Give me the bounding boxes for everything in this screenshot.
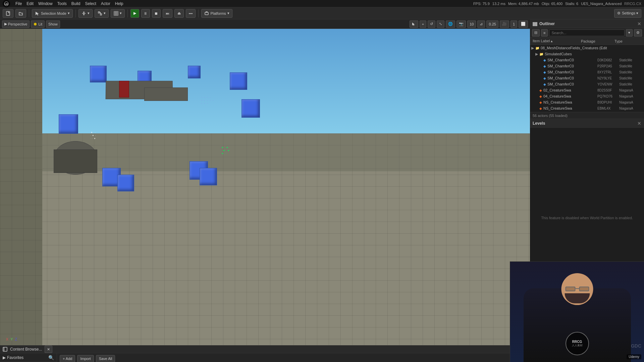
vp-icon-cam[interactable]: 📷 bbox=[457, 20, 466, 28]
vp-cam-speed[interactable]: 🎥 bbox=[500, 20, 509, 28]
tree-item-sm1[interactable]: ◆ SM_ChamferC0 D3KD682 StaticMe bbox=[530, 57, 644, 63]
vp-icon-scale[interactable]: ⤡ bbox=[437, 20, 444, 28]
levels-title: Levels bbox=[533, 121, 545, 126]
cb-save-all-btn[interactable]: Save All bbox=[96, 355, 115, 362]
cube-4 bbox=[230, 72, 247, 90]
gdc-watermark: GDC bbox=[631, 343, 641, 349]
glasses bbox=[565, 287, 590, 292]
viewport-canvas[interactable]: · · · ·· · · · ·· · · ✦ · ✦ ·· ✦ · ✦✦ · … bbox=[0, 29, 530, 345]
menu-tools[interactable]: Tools bbox=[57, 1, 67, 6]
viewport-axes: X Y Z bbox=[6, 338, 17, 341]
cb-close-btn[interactable]: ✕ bbox=[45, 346, 52, 353]
menu-build[interactable]: Build bbox=[71, 1, 80, 6]
ue-logo[interactable]: UE bbox=[3, 0, 10, 7]
rrcg-watermark: RRCG.CX bbox=[624, 2, 641, 6]
cube-5 bbox=[241, 99, 260, 118]
show-btn[interactable]: Show bbox=[46, 20, 60, 28]
lit-btn[interactable]: Lit bbox=[31, 20, 45, 28]
svg-rect-10 bbox=[533, 22, 537, 23]
tree-item-ns1[interactable]: ◆ NS_CreatureSwa B9DPUHI NiagaraA bbox=[530, 99, 644, 105]
menu-edit[interactable]: Edit bbox=[26, 1, 34, 6]
objs-display: Objs: 65,400 bbox=[542, 2, 562, 6]
svg-marker-9 bbox=[412, 22, 415, 26]
viewport-section: ▶ Perspective Lit Show + ↺ ⤡ 🌐 📷 10 ⊿ 0.… bbox=[0, 19, 530, 345]
outliner-tree[interactable]: ▶ 📁 08_MeshDistanceFields_Creatures (Edi… bbox=[530, 45, 644, 112]
settings-btn[interactable]: ⚙ Settings ▾ bbox=[614, 9, 641, 18]
cb-add-btn[interactable]: + Add bbox=[60, 355, 75, 362]
top-bar-left: UE File Edit Window Tools Build Select A… bbox=[3, 0, 123, 7]
tree-item-ns2[interactable]: ◆ NS_CreatureSwa EBML4X NiagaraA bbox=[530, 105, 644, 111]
stalls-display: Stalls: 6 bbox=[565, 2, 578, 6]
svg-rect-11 bbox=[533, 24, 537, 24]
skip-btn[interactable]: ⏭ bbox=[163, 9, 172, 18]
col-label: Item Label ▴ bbox=[533, 39, 581, 43]
selection-mode-btn[interactable]: Selection Mode ▾ bbox=[32, 9, 73, 18]
vp-icon-move[interactable]: + bbox=[420, 20, 426, 28]
dots-btn[interactable]: ••• bbox=[186, 9, 196, 18]
transform-btn[interactable]: ▾ bbox=[78, 9, 93, 18]
play-btn[interactable]: ▶ bbox=[130, 9, 139, 18]
tree-item-sm2[interactable]: ◆ SM_ChamferC0 P2RP2A5 StaticMe bbox=[530, 63, 644, 69]
col-type: Type bbox=[614, 39, 641, 43]
top-bar-right: FPS: 75.9 13.2 ms Mem: 4,886.47 mb Objs:… bbox=[473, 2, 641, 6]
vp-count[interactable]: 1 bbox=[511, 20, 517, 28]
menu-file[interactable]: File bbox=[15, 1, 22, 6]
top-menu-bar: UE File Edit Window Tools Build Select A… bbox=[0, 0, 644, 7]
levels-header: Levels ✕ bbox=[530, 119, 644, 128]
vp-snap-angle[interactable]: ⊿ bbox=[477, 20, 485, 28]
svg-rect-7 bbox=[205, 12, 208, 15]
webcam-overlay: RRCG 人人素材 Udemy GDC bbox=[510, 261, 644, 362]
perspective-btn[interactable]: ▶ Perspective bbox=[2, 20, 30, 28]
open-btn[interactable] bbox=[15, 9, 26, 18]
outliner-panel: Outliner ✕ ⊟ ≡ ▾ ⚙ Item Label ▴ Package … bbox=[530, 19, 644, 119]
outliner-close[interactable]: ✕ bbox=[637, 21, 641, 26]
svg-rect-12 bbox=[533, 25, 537, 26]
platforms-btn[interactable]: Platforms ▾ bbox=[201, 9, 232, 18]
sep1 bbox=[29, 9, 29, 17]
tree-item-sm4[interactable]: ◆ SM_ChamferC0 N2Y9LYE StaticMe bbox=[530, 75, 644, 81]
tree-item-cs1[interactable]: ◆ 02_CreatureSwa 8D2SS0F NiagaraA bbox=[530, 87, 644, 93]
svg-rect-6 bbox=[114, 11, 118, 15]
levels-close[interactable]: ✕ bbox=[637, 121, 641, 126]
outliner-header: Outliner ✕ bbox=[530, 19, 644, 28]
long-box-2 bbox=[144, 87, 188, 101]
udemy-badge: Udemy bbox=[627, 354, 641, 359]
vp-grid-size[interactable]: 10 bbox=[467, 20, 476, 28]
vp-snap-val[interactable]: 0.25 bbox=[486, 20, 498, 28]
menu-window[interactable]: Window bbox=[38, 1, 53, 6]
pause-btn[interactable]: ⏸ bbox=[141, 9, 150, 18]
tree-item-root[interactable]: ▶ 📁 08_MeshDistanceFields_Creatures (Edi… bbox=[530, 45, 644, 51]
stop-btn[interactable]: ⏹ bbox=[152, 9, 161, 18]
outliner-search[interactable] bbox=[549, 29, 625, 36]
tree-item-sm5[interactable]: ◆ SM_ChamferC0 YOVENW StaticMe bbox=[530, 81, 644, 87]
tree-item-sm3[interactable]: ◆ SM_ChamferC0 8XY2TRL StaticMe bbox=[530, 69, 644, 75]
vp-icon-select[interactable] bbox=[410, 20, 418, 28]
cube-1 bbox=[90, 66, 107, 82]
outliner-columns: Item Label ▴ Package Type bbox=[530, 38, 644, 45]
outliner-options-btn[interactable]: ▾ bbox=[626, 29, 633, 37]
cb-import-btn[interactable]: Import bbox=[77, 355, 94, 362]
vp-maximize[interactable]: ⬜ bbox=[519, 20, 528, 28]
new-btn[interactable] bbox=[3, 9, 13, 18]
menu-help[interactable]: Help bbox=[115, 1, 123, 6]
menu-select[interactable]: Select bbox=[85, 1, 96, 6]
grid-btn[interactable]: ▾ bbox=[111, 9, 125, 18]
outliner-settings-btn[interactable]: ⚙ bbox=[634, 29, 642, 37]
svg-rect-2 bbox=[6, 11, 10, 15]
vp-icon-rotate[interactable]: ↺ bbox=[428, 20, 435, 28]
outliner-sort-btn[interactable]: ≡ bbox=[541, 29, 548, 37]
outliner-filter-btn[interactable]: ⊟ bbox=[532, 29, 540, 37]
frame-time: 13.2 ms bbox=[492, 2, 505, 6]
webcam-person: RRCG 人人素材 Udemy GDC bbox=[510, 262, 644, 362]
cb-title: Content Browse... bbox=[10, 347, 42, 352]
svg-rect-5 bbox=[100, 14, 102, 15]
cube-6 bbox=[59, 114, 78, 134]
snap-btn[interactable]: ▾ bbox=[95, 9, 109, 18]
menu-actor[interactable]: Actor bbox=[101, 1, 110, 6]
sep3 bbox=[127, 9, 128, 17]
eject-btn[interactable]: ⏏ bbox=[174, 9, 184, 18]
favorites-search[interactable]: 🔍 bbox=[48, 355, 54, 360]
tree-item-simcubes[interactable]: ▶ 📁 SimulatedCubes bbox=[530, 51, 644, 57]
tree-item-cs2[interactable]: ◆ 04_CreatureSwa PQ7KD76 NiagaraA bbox=[530, 93, 644, 99]
vp-icon-world[interactable]: 🌐 bbox=[446, 20, 455, 28]
